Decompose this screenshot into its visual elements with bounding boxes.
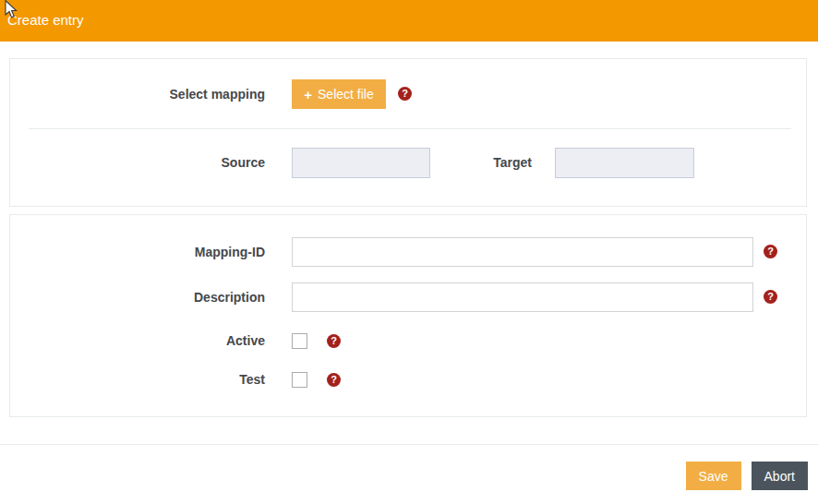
active-help-icon[interactable]: ? — [327, 334, 341, 348]
plus-icon: + — [304, 87, 312, 102]
select-file-button-label: Select file — [318, 87, 374, 102]
mapping-id-label: Mapping-ID — [10, 237, 265, 267]
mapping-id-field[interactable] — [292, 237, 753, 267]
test-label: Test — [10, 372, 265, 388]
description-help-icon[interactable]: ? — [764, 290, 777, 304]
description-label: Description — [10, 282, 265, 312]
source-label: Source — [10, 148, 265, 178]
mouse-cursor-icon — [5, 0, 19, 24]
mapping-file-panel: Select mapping + Select file ? Source Ta… — [9, 58, 807, 207]
mapping-details-panel: Mapping-ID ? Description ? Active ? Test… — [9, 214, 807, 417]
target-field — [555, 148, 694, 178]
source-field — [292, 148, 430, 178]
save-button[interactable]: Save — [686, 462, 741, 490]
active-checkbox[interactable] — [292, 333, 307, 349]
mapping-id-help-icon[interactable]: ? — [764, 245, 777, 258]
description-field[interactable] — [292, 282, 753, 312]
panel-divider — [29, 128, 791, 129]
test-help-icon[interactable]: ? — [327, 373, 341, 387]
footer-actions: Save Abort — [686, 462, 808, 490]
select-file-button[interactable]: + Select file — [292, 79, 386, 109]
target-label: Target — [439, 148, 532, 178]
select-mapping-help-icon[interactable]: ? — [398, 87, 412, 101]
abort-button[interactable]: Abort — [752, 462, 808, 490]
page-header: Create entry — [0, 0, 818, 42]
select-mapping-label: Select mapping — [10, 79, 265, 109]
test-checkbox[interactable] — [292, 372, 307, 388]
footer-divider — [0, 444, 818, 445]
active-label: Active — [10, 333, 265, 349]
